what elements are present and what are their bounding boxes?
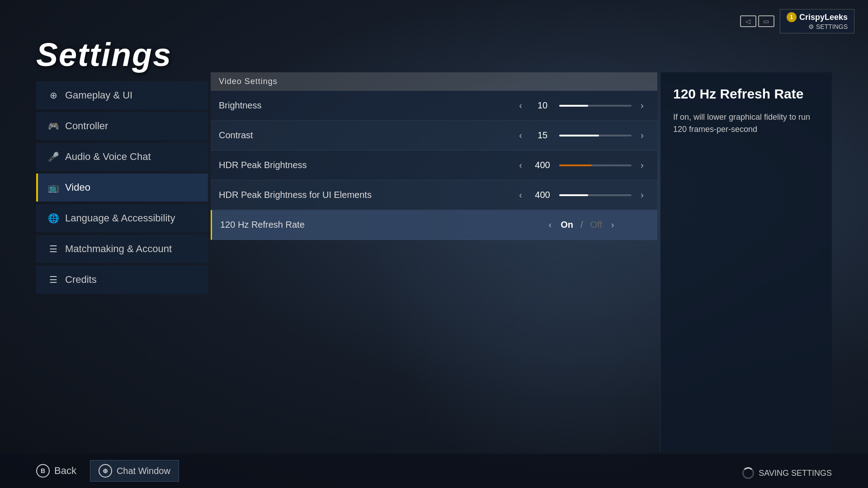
120hz-control: ‹ On / Off › [514,218,649,232]
setting-name-hdr-ui: HDR Peak Brightness for UI Elements [219,190,514,200]
setting-name-brightness: Brightness [219,100,514,111]
hdr-peak-decrease[interactable]: ‹ [515,158,526,172]
back-button[interactable]: B Back [36,464,76,478]
sidebar-item-language[interactable]: 🌐 Language & Accessibility [36,204,208,232]
saving-settings: SAVING SETTINGS [742,467,832,479]
sidebar: ⊕ Gameplay & UI 🎮 Controller 🎤 Audio & V… [36,72,208,452]
120hz-next[interactable]: › [608,218,618,232]
sidebar-label-video: Video [65,182,90,193]
saving-spinner [742,467,754,479]
brightness-value: 10 [531,100,554,111]
brightness-fill [559,105,588,107]
credits-icon: ☰ [48,274,59,285]
hdr-ui-decrease[interactable]: ‹ [515,188,526,202]
setting-name-hdr-peak: HDR Peak Brightness [219,160,514,170]
bottom-bar: B Back ⊕ Chat Window [0,454,868,488]
hdr-ui-fill [559,194,588,196]
top-header: ◁ ▭ 1 CrispyLeeks ⚙ SETTINGS [740,9,854,33]
hdr-ui-increase[interactable]: › [637,188,647,202]
setting-name-120hz: 120 Hz Refresh Rate [220,220,514,230]
info-title: 120 Hz Refresh Rate [673,86,819,102]
gameplay-icon: ⊕ [48,90,59,101]
info-description: If on, will lower graphical fidelity to … [673,111,819,136]
back-label: Back [54,465,76,477]
brightness-increase[interactable]: › [637,99,647,113]
sidebar-label-audio: Audio & Voice Chat [65,151,151,163]
hdr-peak-track [559,164,632,166]
user-panel: 1 CrispyLeeks ⚙ SETTINGS [780,9,854,33]
icon-btn-right[interactable]: ▭ [758,15,774,27]
120hz-off: Off [590,220,602,230]
contrast-value: 15 [531,130,554,141]
settings-list: Brightness ‹ 10 › Contrast ‹ 15 [211,91,657,240]
brightness-control: ‹ 10 › [514,99,649,113]
video-icon: 📺 [48,182,59,193]
120hz-prev[interactable]: ‹ [545,218,556,232]
header-icons: ◁ ▭ [740,15,774,27]
hdr-peak-control: ‹ 400 › [514,158,649,172]
language-icon: 🌐 [48,213,59,224]
saving-label: SAVING SETTINGS [759,469,832,478]
hdr-ui-control: ‹ 400 › [514,188,649,202]
chat-window-button[interactable]: ⊕ Chat Window [90,460,179,482]
brightness-track [559,105,632,107]
hdr-peak-increase[interactable]: › [637,158,647,172]
sidebar-label-language: Language & Accessibility [65,212,175,224]
user-name-row: 1 CrispyLeeks [787,12,848,22]
audio-icon: 🎤 [48,151,59,162]
sidebar-item-gameplay-ui[interactable]: ⊕ Gameplay & UI [36,81,208,109]
info-panel: 120 Hz Refresh Rate If on, will lower gr… [660,72,832,452]
setting-row-contrast[interactable]: Contrast ‹ 15 › [211,121,657,150]
back-icon: B [36,464,50,478]
user-number: 1 [787,12,797,22]
contrast-fill [559,135,599,136]
settings-label: ⚙ SETTINGS [808,23,848,30]
setting-name-contrast: Contrast [219,130,514,141]
hdr-peak-fill [559,164,592,166]
hdr-peak-value: 400 [531,160,554,170]
sidebar-item-credits[interactable]: ☰ Credits [36,266,208,294]
sidebar-item-video[interactable]: 📺 Video [36,174,208,202]
setting-row-120hz[interactable]: 120 Hz Refresh Rate ‹ On / Off › [211,210,657,240]
panel-header: Video Settings [211,72,657,91]
back-icon-label: B [41,467,45,474]
setting-row-brightness[interactable]: Brightness ‹ 10 › [211,91,657,121]
contrast-control: ‹ 15 › [514,128,649,142]
sidebar-item-controller[interactable]: 🎮 Controller [36,112,208,140]
chat-icon: ⊕ [99,464,112,478]
center-panel: Video Settings Brightness ‹ 10 › Contras… [211,72,657,452]
120hz-sep: / [580,220,583,230]
sidebar-item-matchmaking[interactable]: ☰ Matchmaking & Account [36,235,208,263]
controller-icon: 🎮 [48,121,59,131]
sidebar-label-gameplay: Gameplay & UI [65,89,132,101]
sidebar-label-credits: Credits [65,274,97,286]
icon-btn-left[interactable]: ◁ [740,15,756,27]
sidebar-label-controller: Controller [65,120,108,132]
setting-row-hdr-ui[interactable]: HDR Peak Brightness for UI Elements ‹ 40… [211,180,657,210]
sidebar-label-matchmaking: Matchmaking & Account [65,243,172,255]
main-layout: ⊕ Gameplay & UI 🎮 Controller 🎤 Audio & V… [36,72,832,452]
contrast-track [559,135,632,136]
contrast-increase[interactable]: › [637,128,647,142]
page-title: Settings [36,36,172,73]
matchmaking-icon: ☰ [48,244,59,254]
120hz-on: On [561,220,573,230]
chat-label: Chat Window [117,466,170,476]
hdr-ui-track [559,194,632,196]
sidebar-item-audio[interactable]: 🎤 Audio & Voice Chat [36,143,208,171]
user-name-text: CrispyLeeks [799,13,848,22]
contrast-decrease[interactable]: ‹ [515,128,526,142]
setting-row-hdr-peak[interactable]: HDR Peak Brightness ‹ 400 › [211,150,657,180]
hdr-ui-value: 400 [531,190,554,200]
brightness-decrease[interactable]: ‹ [515,99,526,113]
